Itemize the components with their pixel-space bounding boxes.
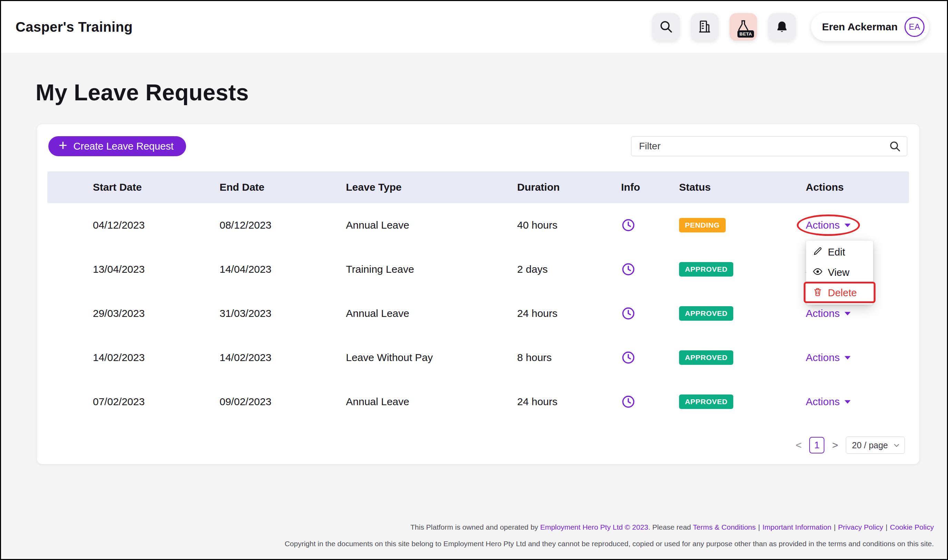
create-leave-request-button[interactable]: + Create Leave Request: [48, 136, 186, 156]
table-row: 07/02/2023 09/02/2023 Annual Leave 24 ho…: [47, 380, 909, 424]
footer-link-company[interactable]: Employment Hero Pty Ltd © 2023: [540, 523, 648, 531]
column-header-start-date: Start Date: [47, 182, 219, 193]
cell-end-date: 08/12/2023: [219, 219, 346, 231]
footer-link-cookie-policy[interactable]: Cookie Policy: [890, 523, 934, 531]
page-size-value: 20 / page: [852, 440, 888, 450]
chevron-down-icon: [844, 400, 851, 404]
pagination-next-button[interactable]: >: [832, 440, 838, 450]
user-menu[interactable]: Eren Ackerman EA: [811, 13, 929, 41]
table-row: 29/03/2023 31/03/2023 Annual Leave 24 ho…: [47, 291, 909, 335]
chevron-down-icon: [844, 355, 851, 360]
beta-features-button[interactable]: BETA: [729, 13, 757, 41]
table-row: 04/12/2023 08/12/2023 Annual Leave 40 ho…: [47, 203, 909, 247]
footer-separator: |: [886, 523, 887, 531]
cell-duration: 2 days: [517, 263, 621, 275]
column-header-actions: Actions: [806, 182, 909, 193]
cell-leave-type: Annual Leave: [346, 396, 517, 408]
column-header-end-date: End Date: [219, 182, 346, 193]
column-header-leave-type: Leave Type: [346, 182, 517, 193]
search-icon: [659, 19, 673, 35]
cell-info: [621, 306, 679, 321]
cell-duration: 24 hours: [517, 396, 621, 408]
cell-status: PENDING: [679, 218, 806, 232]
footer-separator: |: [758, 523, 760, 531]
footer-link-important-information[interactable]: Important Information: [763, 523, 832, 531]
cell-info: [621, 262, 679, 277]
cell-end-date: 09/02/2023: [219, 396, 346, 408]
eye-icon: [813, 266, 823, 279]
clock-info-icon[interactable]: [621, 218, 636, 232]
cell-start-date: 13/04/2023: [47, 263, 219, 275]
header-actions: BETA Eren Ackerman EA: [652, 13, 929, 41]
search-button[interactable]: [652, 13, 680, 41]
main-content: My Leave Requests + Create Leave Request: [1, 53, 947, 465]
clock-info-icon[interactable]: [621, 350, 636, 365]
user-name: Eren Ackerman: [822, 21, 898, 33]
status-badge: APPROVED: [679, 306, 733, 321]
cell-end-date: 14/04/2023: [219, 263, 346, 275]
cell-actions: Actions: [806, 219, 909, 231]
cell-leave-type: Leave Without Pay: [346, 352, 517, 363]
cell-start-date: 04/12/2023: [47, 219, 219, 231]
footer-text: This Platform is owned and operated by: [411, 523, 540, 531]
beta-badge: BETA: [737, 30, 754, 38]
cell-info: [621, 394, 679, 409]
pagination: < 1 > 20 / page: [796, 437, 905, 454]
building-icon: [697, 19, 712, 35]
menu-item-edit-label: Edit: [828, 246, 845, 258]
actions-label: Actions: [806, 308, 840, 319]
cell-actions: Actions: [806, 396, 909, 408]
footer: This Platform is owned and operated by E…: [284, 523, 934, 548]
actions-dropdown-menu: Edit View D: [806, 241, 873, 305]
avatar: EA: [905, 17, 925, 37]
actions-dropdown-trigger[interactable]: Actions: [806, 219, 851, 231]
actions-dropdown-trigger[interactable]: Actions: [806, 352, 851, 363]
cell-status: APPROVED: [679, 306, 806, 321]
cell-leave-type: Training Leave: [346, 263, 517, 275]
cell-leave-type: Annual Leave: [346, 308, 517, 319]
menu-item-delete-label: Delete: [828, 287, 857, 298]
footer-line1: This Platform is owned and operated by E…: [284, 523, 934, 531]
pencil-icon: [813, 246, 823, 258]
chevron-down-icon: [894, 443, 900, 447]
chevron-down-icon: [844, 223, 851, 228]
cell-duration: 24 hours: [517, 308, 621, 319]
menu-item-edit[interactable]: Edit: [806, 242, 873, 262]
organisation-button[interactable]: [691, 13, 718, 41]
cell-end-date: 14/02/2023: [219, 352, 346, 363]
cell-duration: 40 hours: [517, 219, 621, 231]
cell-status: APPROVED: [679, 394, 806, 409]
cell-actions: Actions: [806, 308, 909, 319]
clock-info-icon[interactable]: [621, 262, 636, 277]
footer-link-terms[interactable]: Terms & Conditions: [693, 523, 756, 531]
footer-text: . Please read: [648, 523, 693, 531]
menu-item-delete[interactable]: Delete: [806, 283, 873, 303]
card-toolbar: + Create Leave Request: [37, 124, 919, 156]
footer-line2: Copyright in the documents on this site …: [284, 540, 934, 548]
clock-info-icon[interactable]: [621, 394, 636, 409]
column-header-status: Status: [679, 182, 806, 193]
pagination-prev-button[interactable]: <: [796, 440, 802, 450]
footer-link-privacy-policy[interactable]: Privacy Policy: [838, 523, 883, 531]
notifications-button[interactable]: [768, 13, 796, 41]
leave-requests-card: + Create Leave Request Start Date End Da…: [37, 124, 920, 465]
page-title: My Leave Requests: [36, 80, 947, 105]
status-badge: APPROVED: [679, 394, 733, 409]
app-title: Casper's Training: [15, 19, 133, 35]
table-row: 13/04/2023 14/04/2023 Training Leave 2 d…: [47, 247, 909, 291]
filter-input[interactable]: [631, 136, 907, 156]
create-leave-request-label: Create Leave Request: [74, 141, 174, 152]
menu-item-view[interactable]: View: [806, 262, 873, 283]
status-badge: PENDING: [679, 218, 726, 232]
actions-dropdown-trigger[interactable]: Actions: [806, 396, 851, 408]
actions-dropdown-trigger[interactable]: Actions: [806, 308, 851, 319]
clock-info-icon[interactable]: [621, 306, 636, 321]
footer-separator: |: [834, 523, 835, 531]
page-size-select[interactable]: 20 / page: [846, 437, 905, 454]
cell-leave-type: Annual Leave: [346, 219, 517, 231]
trash-icon: [813, 287, 823, 299]
cell-actions: Actions: [806, 352, 909, 363]
pagination-page-1[interactable]: 1: [809, 437, 824, 454]
cell-status: APPROVED: [679, 262, 806, 277]
bell-icon: [775, 19, 789, 35]
